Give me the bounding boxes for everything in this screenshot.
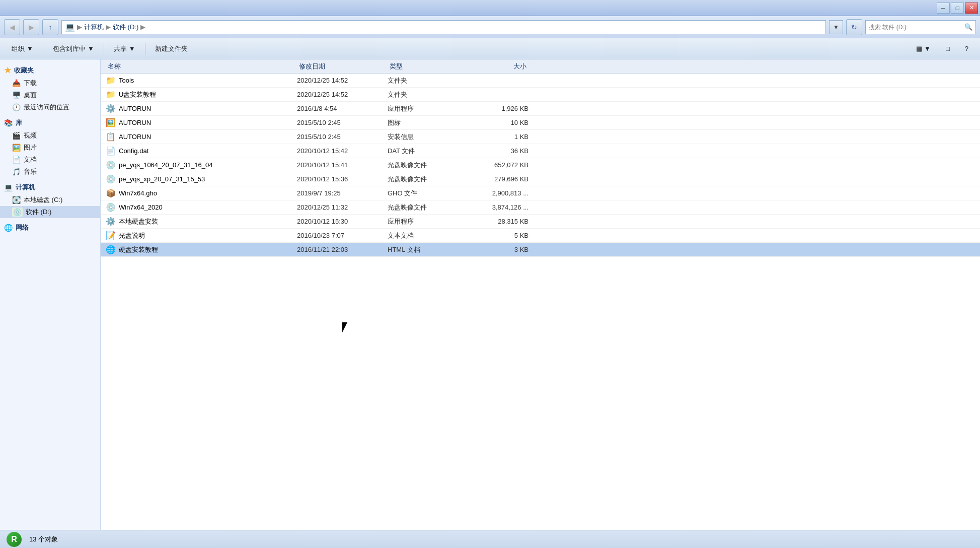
favorites-section: ★ 收藏夹 📥 下载 🖥️ 桌面 🕐 最近访问的位置 bbox=[0, 63, 100, 113]
desktop-label: 桌面 bbox=[24, 91, 37, 100]
table-row[interactable]: 🌐 硬盘安装教程 2016/11/21 22:03 HTML 文档 3 KB bbox=[101, 243, 980, 257]
recent-icon: 🕐 bbox=[12, 103, 21, 111]
computer-icon: 💻 bbox=[4, 183, 13, 191]
sidebar-item-drive-d[interactable]: 💿 软件 (D:) bbox=[0, 206, 100, 218]
file-date: 2020/10/12 15:42 bbox=[297, 147, 388, 155]
file-name-cell: 📁 Tools bbox=[106, 76, 297, 85]
library-header[interactable]: 📚 库 bbox=[0, 116, 100, 129]
file-type-icon: 📋 bbox=[106, 132, 116, 142]
path-dropdown-button[interactable]: ▼ bbox=[829, 20, 843, 34]
close-button[interactable]: ✕ bbox=[965, 3, 978, 14]
table-row[interactable]: 📋 AUTORUN 2015/5/10 2:45 安装信息 1 KB bbox=[101, 130, 980, 144]
refresh-button[interactable]: ↻ bbox=[846, 19, 862, 35]
file-type-icon: 💿 bbox=[106, 202, 116, 212]
help-button[interactable]: ? bbox=[958, 41, 975, 57]
table-row[interactable]: ⚙️ 本地硬盘安装 2020/10/12 15:30 应用程序 28,315 K… bbox=[101, 215, 980, 229]
table-row[interactable]: 📁 U盘安装教程 2020/12/25 14:52 文件夹 bbox=[101, 88, 980, 102]
file-date: 2019/9/7 19:25 bbox=[297, 189, 388, 197]
search-input[interactable] bbox=[869, 24, 962, 31]
search-icon[interactable]: 🔍 bbox=[964, 23, 972, 31]
file-name: U盘安装教程 bbox=[119, 90, 156, 99]
sidebar-item-drive-c[interactable]: 💽 本地磁盘 (C:) bbox=[0, 194, 100, 206]
table-row[interactable]: 📄 Config.dat 2020/10/12 15:42 DAT 文件 36 … bbox=[101, 144, 980, 158]
toolbar: 组织 ▼ 包含到库中 ▼ 共享 ▼ 新建文件夹 ▦ ▼ □ ? bbox=[0, 38, 980, 59]
search-box: 🔍 bbox=[865, 20, 976, 34]
file-type: 安装信息 bbox=[388, 132, 463, 142]
file-type-icon: 📦 bbox=[106, 188, 116, 198]
title-bar: ─ □ ✕ bbox=[0, 0, 980, 16]
file-name: Config.dat bbox=[119, 147, 148, 155]
sidebar-item-video[interactable]: 🎬 视频 bbox=[0, 129, 100, 142]
toolbar-right: ▦ ▼ □ ? bbox=[910, 41, 975, 57]
file-type: 文本文档 bbox=[388, 231, 463, 240]
sidebar-item-music[interactable]: 🎵 音乐 bbox=[0, 166, 100, 178]
computer-header[interactable]: 💻 计算机 bbox=[0, 181, 100, 194]
organize-button[interactable]: 组织 ▼ bbox=[5, 41, 40, 57]
new-folder-button[interactable]: 新建文件夹 bbox=[148, 41, 194, 57]
favorites-header[interactable]: ★ 收藏夹 bbox=[0, 63, 100, 77]
path-drive[interactable]: 软件 (D:) bbox=[113, 23, 138, 32]
header-name[interactable]: 名称 bbox=[106, 62, 297, 71]
sidebar-item-document[interactable]: 📄 文档 bbox=[0, 154, 100, 166]
table-row[interactable]: 💿 Win7x64_2020 2020/12/25 11:32 光盘映像文件 3… bbox=[101, 200, 980, 215]
table-row[interactable]: 💿 pe_yqs_xp_20_07_31_15_53 2020/10/12 15… bbox=[101, 172, 980, 186]
view-icon: ▦ bbox=[916, 45, 922, 52]
path-computer[interactable]: 计算机 bbox=[84, 23, 104, 32]
back-button[interactable]: ◀ bbox=[4, 19, 20, 35]
download-label: 下载 bbox=[24, 79, 37, 88]
view-button[interactable]: ▦ ▼ bbox=[910, 41, 937, 57]
up-button[interactable]: ↑ bbox=[42, 19, 58, 35]
path-separator-2: ▶ bbox=[106, 23, 111, 31]
file-date: 2016/10/23 7:07 bbox=[297, 232, 388, 239]
picture-label: 图片 bbox=[24, 143, 37, 152]
minimize-button[interactable]: ─ bbox=[937, 3, 950, 14]
sidebar-item-recent[interactable]: 🕐 最近访问的位置 bbox=[0, 101, 100, 113]
file-type-icon: 💿 bbox=[106, 160, 116, 170]
file-type-icon: 📄 bbox=[106, 146, 116, 156]
file-name: 硬盘安装教程 bbox=[119, 245, 158, 254]
preview-button[interactable]: □ bbox=[939, 41, 956, 57]
picture-icon: 🖼️ bbox=[12, 144, 21, 152]
title-bar-buttons: ─ □ ✕ bbox=[937, 3, 978, 14]
file-size: 28,315 KB bbox=[463, 218, 529, 225]
table-row[interactable]: 📝 光盘说明 2016/10/23 7:07 文本文档 5 KB bbox=[101, 229, 980, 243]
maximize-button[interactable]: □ bbox=[951, 3, 964, 14]
file-type-icon: 📁 bbox=[106, 90, 116, 99]
table-row[interactable]: 📁 Tools 2020/12/25 14:52 文件夹 bbox=[101, 74, 980, 88]
sidebar-item-picture[interactable]: 🖼️ 图片 bbox=[0, 142, 100, 154]
main-area: ★ 收藏夹 📥 下载 🖥️ 桌面 🕐 最近访问的位置 📚 库 bbox=[0, 59, 980, 530]
header-date[interactable]: 修改日期 bbox=[297, 62, 388, 71]
table-row[interactable]: 💿 pe_yqs_1064_20_07_31_16_04 2020/10/12 … bbox=[101, 158, 980, 172]
file-size: 5 KB bbox=[463, 232, 529, 239]
file-date: 2016/1/8 4:54 bbox=[297, 105, 388, 112]
file-name: AUTORUN bbox=[119, 105, 151, 112]
file-date: 2020/12/25 11:32 bbox=[297, 203, 388, 211]
file-name: 光盘说明 bbox=[119, 231, 145, 240]
video-label: 视频 bbox=[24, 131, 37, 140]
view-arrow: ▼ bbox=[924, 45, 931, 52]
forward-button[interactable]: ▶ bbox=[23, 19, 39, 35]
file-date: 2020/10/12 15:36 bbox=[297, 175, 388, 183]
file-date: 2015/5/10 2:45 bbox=[297, 119, 388, 126]
file-size: 2,900,813 ... bbox=[463, 189, 529, 197]
favorites-label: 收藏夹 bbox=[14, 66, 34, 75]
preview-icon: □ bbox=[946, 45, 950, 52]
file-type: DAT 文件 bbox=[388, 147, 463, 156]
header-size[interactable]: 大小 bbox=[463, 62, 529, 71]
table-row[interactable]: 📦 Win7x64.gho 2019/9/7 19:25 GHO 文件 2,90… bbox=[101, 186, 980, 200]
table-row[interactable]: ⚙️ AUTORUN 2016/1/8 4:54 应用程序 1,926 KB bbox=[101, 102, 980, 116]
object-count: 13 个对象 bbox=[29, 535, 58, 544]
table-row[interactable]: 🖼️ AUTORUN 2015/5/10 2:45 图标 10 KB bbox=[101, 116, 980, 130]
include-library-button[interactable]: 包含到库中 ▼ bbox=[46, 41, 101, 57]
share-arrow: ▼ bbox=[129, 45, 135, 52]
network-icon: 🌐 bbox=[4, 224, 13, 232]
share-button[interactable]: 共享 ▼ bbox=[107, 41, 142, 57]
header-type[interactable]: 类型 bbox=[388, 62, 463, 71]
file-name-cell: ⚙️ 本地硬盘安装 bbox=[106, 217, 297, 226]
desktop-icon: 🖥️ bbox=[12, 91, 21, 99]
file-name-cell: 📁 U盘安装教程 bbox=[106, 90, 297, 99]
file-name: AUTORUN bbox=[119, 133, 151, 141]
sidebar-item-download[interactable]: 📥 下载 bbox=[0, 77, 100, 89]
sidebar-item-desktop[interactable]: 🖥️ 桌面 bbox=[0, 89, 100, 101]
network-header[interactable]: 🌐 网络 bbox=[0, 221, 100, 234]
